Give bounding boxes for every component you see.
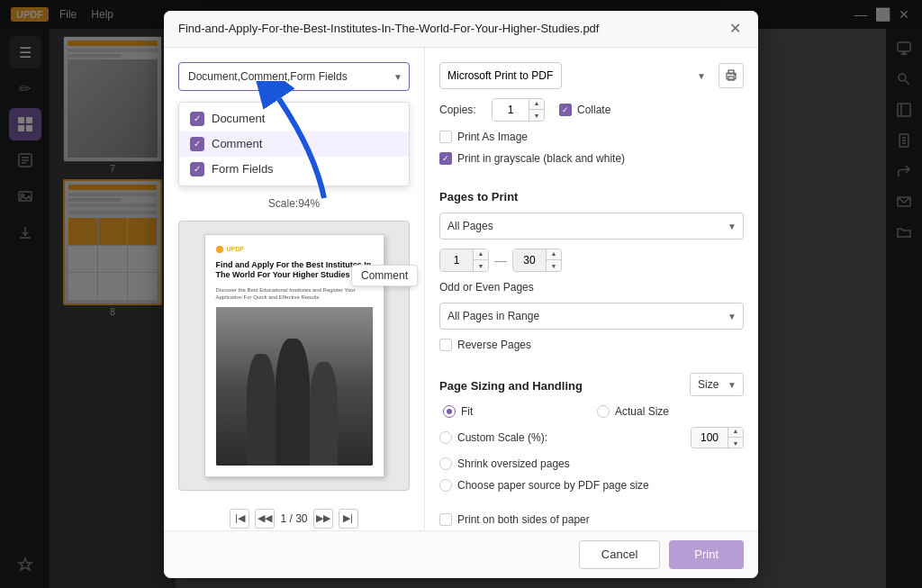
print-button[interactable]: Print (669, 540, 744, 569)
dropdown-item-label-formfields: Form Fields (212, 162, 274, 176)
content-dropdown-panel: ✓ Document ✓ Comment ✓ Form (178, 102, 410, 186)
pages-to-print-title: Pages to Print (439, 190, 744, 204)
actual-size-radio-row[interactable]: Actual Size (597, 405, 744, 418)
collate-checkbox[interactable]: ✓ (559, 104, 572, 116)
copies-up[interactable]: ▲ (529, 98, 544, 110)
scale-down[interactable]: ▼ (728, 438, 743, 448)
checkbox-formfields[interactable]: ✓ (190, 162, 204, 176)
range-from-arrows: ▲ ▼ (473, 249, 488, 272)
content-dropdown-wrap: Document,Comment,Form Fields ▼ (178, 62, 410, 91)
page-prev-btn[interactable]: ◀◀ (255, 509, 275, 529)
modal-overlay: Find-and-Apply-For-the-Best-Institutes-I… (0, 0, 922, 588)
range-to-down[interactable]: ▼ (547, 260, 561, 272)
printer-row: Microsoft Print to PDF ▼ (439, 62, 744, 89)
copies-input-wrap: ▲ ▼ (492, 98, 545, 122)
collate-label: Collate (577, 104, 610, 116)
dropdown-item-document[interactable]: ✓ Document (179, 106, 409, 131)
range-to-up[interactable]: ▲ (547, 249, 561, 260)
reverse-pages-row: Reverse Pages (439, 339, 744, 351)
checkbox-document[interactable]: ✓ (190, 112, 204, 126)
choose-paper-radio[interactable] (439, 479, 452, 492)
print-as-image-label: Print As Image (457, 131, 528, 143)
page-next-btn[interactable]: ▶▶ (313, 509, 333, 529)
custom-scale-label: Custom Scale (%): (457, 431, 547, 444)
page-last-btn[interactable]: ▶| (339, 509, 358, 529)
svg-point-26 (734, 74, 736, 76)
comment-tooltip: Comment (351, 265, 418, 286)
page-first-btn[interactable]: |◀ (230, 509, 249, 529)
preview-logo-bar: UPDF (216, 246, 373, 253)
both-sides-row: Print on both sides of paper (439, 513, 744, 526)
preview-title: Find and Apply For the Best Institutes I… (216, 260, 373, 281)
fit-radio-label: Fit (461, 405, 473, 418)
odd-even-dropdown[interactable]: All Pages in Range (439, 303, 744, 330)
actual-size-radio[interactable] (597, 405, 610, 418)
page-total: 30 (295, 512, 307, 525)
sizing-radio-grid: Fit Actual Size (439, 405, 744, 418)
collate-check-row: ✓ Collate (559, 104, 610, 116)
pages-dropdown[interactable]: All Pages (439, 213, 744, 240)
preview-photo (216, 307, 373, 466)
both-sides-label: Print on both sides of paper (457, 513, 590, 526)
content-dropdown[interactable]: Document,Comment,Form Fields (178, 62, 410, 91)
fit-radio[interactable] (443, 405, 456, 418)
dropdown-item-label-comment: Comment (212, 137, 262, 150)
scale-arrows: ▲ ▼ (728, 427, 743, 448)
check-icon: ✓ (194, 165, 201, 174)
shrink-radio[interactable] (439, 457, 452, 470)
pagination: |◀ ◀◀ 1 / 30 ▶▶ ▶| (178, 502, 410, 529)
reverse-pages-checkbox[interactable] (439, 339, 452, 351)
dialog-title: Find-and-Apply-For-the-Best-Institutes-I… (178, 22, 726, 35)
reverse-pages-label: Reverse Pages (457, 339, 531, 351)
printer-dropdown-arrow: ▼ (697, 70, 706, 80)
preview-updf-text: UPDF (227, 246, 244, 252)
dialog-close-btn[interactable]: ✕ (726, 20, 744, 38)
pages-dropdown-wrap: All Pages ▼ (439, 213, 744, 240)
size-dropdown[interactable]: Size (690, 373, 744, 396)
odd-even-label: Odd or Even Pages (439, 281, 744, 294)
preview-area: UPDF Find and Apply For the Best Institu… (178, 221, 410, 491)
print-as-image-checkbox[interactable] (439, 131, 452, 143)
dialog-left-panel: Document,Comment,Form Fields ▼ ✓ Documen… (164, 48, 425, 530)
copies-down[interactable]: ▼ (529, 110, 544, 122)
choose-paper-radio-row[interactable]: Choose paper source by PDF page size (439, 479, 744, 492)
size-dropdown-wrap: Size ▼ (690, 373, 744, 396)
custom-scale-row: Custom Scale (%): ▲ ▼ (439, 427, 744, 448)
actual-size-radio-label: Actual Size (615, 405, 669, 418)
fit-radio-row[interactable]: Fit (443, 405, 590, 418)
shrink-radio-row[interactable]: Shrink oversized pages (439, 457, 744, 470)
odd-even-dropdown-wrap: All Pages in Range ▼ (439, 303, 744, 330)
print-grayscale-label: Print in grayscale (black and white) (457, 152, 625, 165)
range-from-down[interactable]: ▼ (474, 260, 488, 272)
copies-input[interactable] (493, 99, 529, 121)
range-to-wrap: ▲ ▼ (512, 249, 562, 272)
cancel-button[interactable]: Cancel (579, 540, 660, 569)
custom-scale-radio[interactable] (439, 431, 452, 444)
dialog-right-panel: Microsoft Print to PDF ▼ (425, 48, 758, 530)
preview-photo-inner (216, 307, 373, 466)
range-from-wrap: ▲ ▼ (439, 249, 489, 272)
dialog-body: Document,Comment,Form Fields ▼ ✓ Documen… (164, 48, 758, 530)
printer-settings-btn[interactable] (719, 63, 744, 88)
checkbox-comment[interactable]: ✓ (190, 137, 204, 151)
dropdown-item-formfields[interactable]: ✓ Form Fields (179, 157, 409, 182)
printer-select[interactable]: Microsoft Print to PDF (439, 62, 562, 89)
dialog-footer: Cancel Print (164, 530, 758, 578)
range-from-input[interactable] (440, 249, 473, 271)
both-sides-checkbox[interactable] (439, 513, 452, 526)
scale-input[interactable] (692, 428, 728, 448)
scale-input-wrap: ▲ ▼ (691, 427, 744, 448)
check-icon: ✓ (194, 140, 201, 149)
copies-row: Copies: ▲ ▼ ✓ Collate (439, 98, 744, 122)
range-from-up[interactable]: ▲ (474, 249, 488, 260)
print-dialog: Find-and-Apply-For-the-Best-Institutes-I… (164, 11, 758, 578)
svg-rect-25 (728, 77, 734, 80)
print-grayscale-checkbox[interactable]: ✓ (439, 152, 452, 165)
fit-radio-dot (447, 409, 452, 414)
range-to-input[interactable] (513, 249, 546, 271)
dropdown-item-comment[interactable]: ✓ Comment (179, 131, 409, 157)
copies-arrows: ▲ ▼ (529, 98, 544, 122)
printer-select-wrap: Microsoft Print to PDF ▼ (439, 62, 711, 89)
scale-up[interactable]: ▲ (728, 427, 743, 438)
preview-logo-dot (216, 246, 223, 253)
